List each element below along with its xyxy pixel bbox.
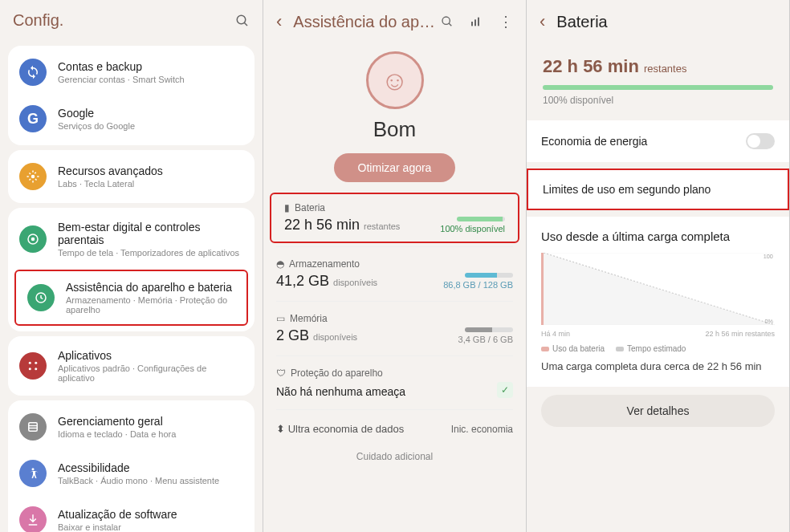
sync-icon <box>19 59 47 86</box>
battery-icon: ▮ <box>284 202 290 213</box>
adv-icon <box>19 163 47 190</box>
bg-limits-row[interactable]: Limites de uso em segundo plano <box>527 169 789 210</box>
highlighted-item: Assistência do aparelho e bateria Armaze… <box>14 270 248 326</box>
battery-bar <box>457 217 505 221</box>
memory-bar <box>465 327 513 332</box>
settings-item[interactable]: Assistência do aparelho e bateria Armaze… <box>16 271 246 324</box>
chart-icon[interactable] <box>470 15 483 28</box>
device-care-panel: ‹ Assistência do apar… ⋮ ☺ Bom Otimizar … <box>263 0 527 532</box>
settings-group: Bem-estar digital e controles parentais … <box>8 208 255 331</box>
well-icon <box>19 225 47 253</box>
care-icon <box>27 284 55 311</box>
status-face-section: ☺ Bom Otimizar agora <box>263 43 526 190</box>
svg-point-6 <box>29 362 31 364</box>
usage-section: Uso desde a última carga completa 100 0%… <box>527 217 789 387</box>
smiley-icon: ☺ <box>366 51 424 109</box>
page-title: Config. <box>13 11 235 30</box>
page-title: Assistência do apar… <box>293 13 441 31</box>
start-saving-button[interactable]: Inic. economia <box>451 424 513 435</box>
header: ‹ Assistência do apar… ⋮ <box>263 0 526 43</box>
settings-group: Recursos avançados Labs · Tecla Lateral <box>8 150 255 203</box>
settings-item[interactable]: Recursos avançados Labs · Tecla Lateral <box>8 153 255 200</box>
upd-icon <box>19 506 47 532</box>
gen-icon <box>19 413 47 441</box>
G-icon: G <box>19 105 47 132</box>
apps-icon <box>19 352 47 380</box>
svg-rect-10 <box>29 423 38 432</box>
settings-item[interactable]: Atualização de software Baixar e instala… <box>8 497 255 532</box>
back-icon[interactable]: ‹ <box>540 11 545 32</box>
power-saving-row[interactable]: Economia de energia <box>527 120 789 162</box>
svg-point-7 <box>35 362 37 364</box>
settings-item[interactable]: Aplicativos Aplicativos padrão · Configu… <box>8 339 255 392</box>
power-saving-toggle[interactable] <box>746 133 775 149</box>
usage-title: Uso desde a última carga completa <box>541 229 775 243</box>
storage-icon: ◓ <box>276 258 284 270</box>
settings-item[interactable]: Contas e backup Gerenciar contas · Smart… <box>8 49 255 95</box>
storage-row[interactable]: ◓ Armazenamento 41,2 GB disponíveis 86,8… <box>263 250 526 298</box>
settings-group: Gerenciamento geral Idioma e teclado · D… <box>8 400 255 532</box>
svg-text:100: 100 <box>764 253 773 260</box>
header: Config. <box>0 0 263 41</box>
battery-panel: ‹ Bateria 22 h 56 min restantes 100% dis… <box>527 0 790 532</box>
svg-text:0%: 0% <box>764 317 773 324</box>
svg-line-15 <box>449 23 451 26</box>
shield-check-icon: ✓ <box>497 382 513 398</box>
usage-chart: 100 0% <box>541 253 775 325</box>
svg-line-1 <box>244 22 247 26</box>
battery-row[interactable]: ▮ Bateria 22 h 56 min restantes 100% dis… <box>271 194 518 242</box>
search-icon[interactable] <box>235 14 250 28</box>
svg-point-0 <box>237 15 246 24</box>
svg-marker-21 <box>541 253 544 325</box>
data-icon: ⬍ <box>276 423 285 435</box>
memory-icon: ▭ <box>276 313 285 324</box>
additional-care-label: Cuidado adicional <box>263 445 526 469</box>
memory-row[interactable]: ▭ Memória 2 GB disponíveis 3,4 GB / 6 GB <box>263 305 526 352</box>
svg-point-14 <box>442 17 450 24</box>
settings-panel: Config. Contas e backup Gerenciar contas… <box>0 0 263 532</box>
page-title: Bateria <box>556 13 776 31</box>
settings-item[interactable]: Bem-estar digital e controles parentais … <box>8 211 255 267</box>
ultra-data-row[interactable]: ⬍ Ultra economia de dados Inic. economia <box>263 413 526 445</box>
search-icon[interactable] <box>441 15 454 28</box>
settings-group: Contas e backup Gerenciar contas · Smart… <box>8 46 255 145</box>
settings-item[interactable]: G Google Serviços do Google <box>8 95 255 142</box>
battery-level-bar <box>543 85 773 90</box>
settings-group: Aplicativos Aplicativos padrão · Configu… <box>8 336 255 396</box>
back-icon[interactable]: ‹ <box>276 11 282 32</box>
svg-point-13 <box>32 468 35 470</box>
svg-point-9 <box>35 368 37 370</box>
svg-rect-18 <box>478 18 479 26</box>
battery-summary: 22 h 56 min restantes 100% disponível <box>527 43 789 114</box>
acc-icon <box>19 460 47 487</box>
status-text: Bom <box>263 117 526 142</box>
svg-point-4 <box>31 238 35 242</box>
charge-duration-text: Uma carga completa dura cerca de 22 h 56… <box>541 359 775 374</box>
header: ‹ Bateria <box>527 0 789 43</box>
view-details-button[interactable]: Ver detalhes <box>541 395 775 427</box>
chart-legend: Uso da bateria Tempo estimado <box>541 344 775 353</box>
battery-row-highlight: ▮ Bateria 22 h 56 min restantes 100% dis… <box>270 193 519 243</box>
settings-item[interactable]: Gerenciamento geral Idioma e teclado · D… <box>8 404 255 450</box>
protection-row[interactable]: 🛡 Proteção do aparelho Não há nenhuma am… <box>263 359 526 406</box>
more-icon[interactable]: ⋮ <box>499 13 513 30</box>
svg-rect-16 <box>471 22 473 26</box>
shield-icon: 🛡 <box>276 368 286 379</box>
optimize-button[interactable]: Otimizar agora <box>334 153 456 182</box>
storage-bar <box>465 273 513 278</box>
svg-point-2 <box>31 175 35 179</box>
svg-rect-17 <box>474 19 476 26</box>
settings-item[interactable]: Acessibilidade TalkBack · Áudio mono · M… <box>8 450 255 497</box>
svg-point-8 <box>29 368 31 370</box>
